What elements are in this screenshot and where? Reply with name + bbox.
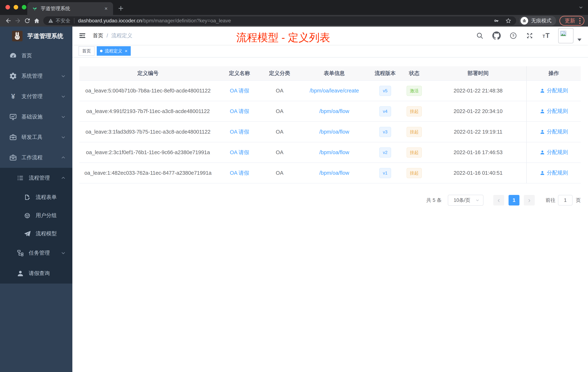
search-icon[interactable] bbox=[476, 32, 484, 40]
version-badge: v3 bbox=[379, 127, 391, 137]
cell-category: OA bbox=[262, 80, 297, 101]
key-icon[interactable] bbox=[493, 18, 499, 24]
cell-definition-id: oa_leave:3:1fad3d93-7b75-11ec-a3c8-acde4… bbox=[79, 121, 217, 142]
column-header: 操作 bbox=[526, 66, 581, 80]
chevron-down-icon bbox=[60, 134, 66, 140]
sidebar-item-dev-tools[interactable]: 研发工具 bbox=[0, 127, 72, 147]
update-label[interactable]: 更新 bbox=[565, 17, 575, 24]
cell-deploy-time: 2022-01-22 19:19:11 bbox=[430, 121, 526, 142]
form-link[interactable]: /bpm/oa/flow bbox=[319, 149, 349, 155]
assign-rule-link[interactable]: 分配规则 bbox=[540, 169, 568, 176]
sidebar-item-process-management[interactable]: 流程管理 bbox=[0, 168, 72, 188]
browser-tab[interactable]: 芋道管理系统 × bbox=[27, 2, 113, 15]
form-link[interactable]: /bpm/oa/leave/create bbox=[310, 88, 359, 94]
status-badge: 挂起 bbox=[407, 147, 422, 158]
status-badge: 激活 bbox=[407, 86, 422, 96]
window-close-button[interactable] bbox=[5, 5, 10, 10]
page-size-select[interactable]: 10条/页 bbox=[448, 195, 483, 206]
chevron-down-icon bbox=[60, 114, 66, 120]
sidebar-item-process-form[interactable]: 流程表单 bbox=[0, 188, 72, 206]
user-icon bbox=[540, 170, 545, 176]
definition-name-link[interactable]: OA 请假 bbox=[230, 108, 249, 114]
hamburger-icon[interactable] bbox=[79, 32, 86, 40]
tab-search-chevron-icon[interactable] bbox=[578, 5, 584, 10]
sidebar-item-task-management[interactable]: 任务管理 bbox=[0, 243, 72, 263]
window-zoom-button[interactable] bbox=[22, 5, 26, 10]
chevron-down-icon bbox=[60, 250, 66, 256]
fullscreen-icon[interactable] bbox=[526, 32, 534, 40]
next-page-button[interactable]: › bbox=[524, 195, 535, 206]
assign-rule-link[interactable]: 分配规则 bbox=[540, 87, 568, 94]
sidebar-item-infrastructure[interactable]: 基础设施 bbox=[0, 107, 72, 127]
tag-close-icon[interactable]: × bbox=[125, 49, 127, 53]
github-icon[interactable] bbox=[492, 32, 501, 40]
form-link[interactable]: /bpm/oa/flow bbox=[319, 108, 349, 114]
prev-page-button[interactable]: ‹ bbox=[493, 195, 504, 206]
chevron-up-icon bbox=[60, 175, 66, 181]
kebab-menu-icon[interactable] bbox=[579, 18, 580, 24]
svg-text:T: T bbox=[546, 32, 549, 39]
robot-icon bbox=[23, 211, 32, 220]
window-minimize-button[interactable] bbox=[14, 5, 18, 10]
reload-icon[interactable] bbox=[22, 16, 32, 25]
chevron-down-icon bbox=[60, 94, 66, 99]
gear-icon bbox=[9, 72, 17, 80]
table-header-row: 定义编号 定义名称 定义分类 表单信息 流程版本 状态 部署时间 操作 bbox=[79, 66, 581, 80]
sidebar-item-label: 支付管理 bbox=[21, 93, 42, 100]
version-badge: v1 bbox=[379, 168, 391, 178]
definition-name-link[interactable]: OA 请假 bbox=[230, 149, 249, 155]
tag-process-definition[interactable]: 流程定义 × bbox=[97, 46, 131, 56]
chevron-up-icon bbox=[60, 155, 66, 161]
security-warning-icon[interactable] bbox=[48, 18, 53, 23]
security-label[interactable]: 不安全 bbox=[56, 17, 70, 24]
caret-down-icon[interactable] bbox=[578, 39, 581, 41]
tag-home[interactable]: 首页 bbox=[79, 46, 94, 56]
avatar[interactable] bbox=[558, 28, 573, 43]
sidebar-item-user-group[interactable]: 用户分组 bbox=[0, 206, 72, 225]
app-logo[interactable]: 芋道管理系统 bbox=[0, 27, 72, 45]
sidebar-item-system[interactable]: 系统管理 bbox=[0, 66, 72, 86]
home-icon[interactable] bbox=[32, 16, 42, 25]
cell-definition-id: oa_leave:1:482ec033-762a-11ec-8477-a2380… bbox=[79, 163, 217, 183]
chevron-down-icon bbox=[475, 198, 480, 203]
tab-close-icon[interactable]: × bbox=[104, 6, 108, 11]
url-bar[interactable]: 不安全 dashboard.yudao.iocoder.cn /bpm/mana… bbox=[43, 16, 516, 25]
new-tab-button[interactable]: + bbox=[118, 2, 124, 14]
cell-definition-id: oa_leave:2:3c1f0ef1-76b1-11ec-9c66-a2380… bbox=[79, 142, 217, 163]
list-icon bbox=[16, 174, 25, 182]
toolbox-icon bbox=[9, 133, 17, 142]
url-path: /bpm/manager/definition?key=oa_leave bbox=[142, 18, 231, 24]
bookmark-star-icon[interactable] bbox=[505, 18, 512, 24]
definition-name-link[interactable]: OA 请假 bbox=[230, 129, 249, 135]
column-header: 状态 bbox=[399, 66, 430, 80]
breadcrumb-home[interactable]: 首页 bbox=[93, 32, 103, 39]
sidebar-item-workflow[interactable]: 工作流程 bbox=[0, 147, 72, 168]
forward-icon[interactable] bbox=[13, 16, 22, 25]
assign-rule-link[interactable]: 分配规则 bbox=[540, 128, 568, 135]
column-header: 定义分类 bbox=[262, 66, 297, 80]
send-icon bbox=[23, 229, 32, 238]
cell-deploy-time: 2022-01-22 20:34:10 bbox=[430, 101, 526, 121]
font-size-icon[interactable]: TT bbox=[542, 32, 551, 40]
form-link[interactable]: /bpm/oa/flow bbox=[319, 129, 349, 135]
browser-update-menu[interactable]: 更新 bbox=[559, 16, 584, 26]
cell-definition-id: oa_leave:5:004b710b-7b8a-11ec-8ef0-acde4… bbox=[79, 80, 217, 101]
form-link[interactable]: /bpm/oa/flow bbox=[319, 170, 349, 176]
sidebar-item-leave-query[interactable]: 请假查询 bbox=[0, 263, 72, 284]
goto-page-input[interactable] bbox=[558, 195, 573, 206]
sidebar-item-process-model[interactable]: 流程模型 bbox=[0, 225, 72, 243]
sidebar-item-home[interactable]: 首页 bbox=[0, 45, 72, 66]
assign-rule-link[interactable]: 分配规则 bbox=[540, 149, 568, 156]
status-badge: 挂起 bbox=[407, 168, 422, 178]
back-icon[interactable] bbox=[4, 16, 13, 25]
monitor-icon bbox=[9, 112, 17, 121]
current-page-button[interactable]: 1 bbox=[509, 195, 519, 206]
sidebar-item-label: 流程表单 bbox=[36, 194, 57, 201]
assign-rule-link[interactable]: 分配规则 bbox=[540, 108, 568, 115]
status-badge: 挂起 bbox=[407, 127, 422, 137]
help-icon[interactable]: ? bbox=[509, 32, 517, 40]
definition-name-link[interactable]: OA 请假 bbox=[230, 170, 249, 176]
browser-toolbar: 不安全 dashboard.yudao.iocoder.cn /bpm/mana… bbox=[0, 15, 588, 27]
definition-name-link[interactable]: OA 请假 bbox=[230, 88, 249, 94]
sidebar-item-payment[interactable]: ¥ 支付管理 bbox=[0, 86, 72, 107]
